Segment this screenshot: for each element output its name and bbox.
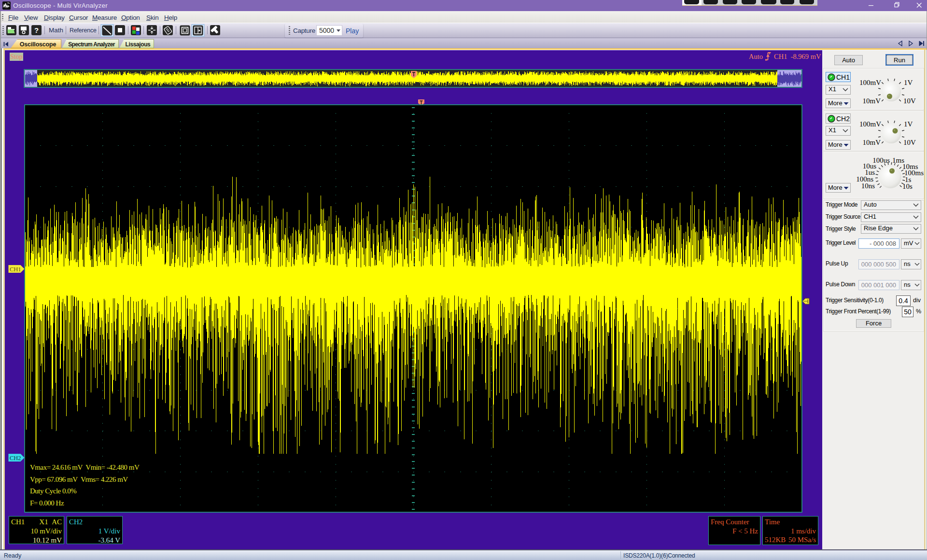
svg-text:CH2: CH2 xyxy=(10,455,21,462)
svg-text:CH1: CH1 xyxy=(10,266,21,273)
